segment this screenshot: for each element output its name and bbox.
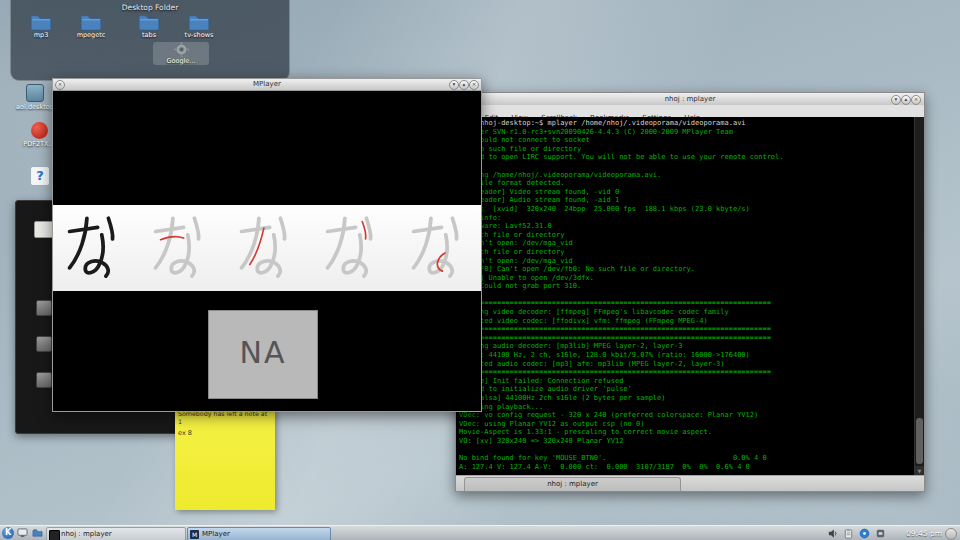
terminal-line: [3DFXFB] Can't open /dev/fb0: No such fi…	[459, 265, 914, 274]
show-desktop-icon[interactable]	[17, 528, 28, 538]
terminal-window-title: nhoj : mplayer	[456, 95, 924, 103]
folder-item-mpegetc[interactable]: mpegetc	[67, 14, 115, 39]
konsole-icon	[49, 530, 60, 540]
terminal-line: [pulse] Init failed: Connection refused	[459, 377, 914, 386]
terminal-line: Playing /home/nhoj/.videoporama/videopor…	[459, 171, 914, 180]
device-notifier-icon[interactable]	[875, 528, 886, 539]
hiragana-na-stage5	[405, 210, 475, 286]
avatar	[36, 372, 52, 388]
terminal-line	[459, 446, 914, 455]
taskbar-task-konsole[interactable]: nhoj : mplayer	[46, 527, 186, 540]
terminal-line: Couldn't open: /dev/mga_vid	[459, 239, 914, 248]
hiragana-na-stage1	[61, 210, 131, 286]
app-icon	[26, 84, 44, 102]
folder-item-tv-shows[interactable]: tv-shows	[175, 14, 223, 39]
terminal-line: ========================================…	[459, 325, 914, 334]
close-button[interactable]: ×	[911, 95, 921, 105]
minimize-button[interactable]: ▾	[891, 95, 901, 105]
terminal-line: Selected audio codec: [mp3] afm: mp3lib …	[459, 360, 914, 369]
scrollbar-thumb[interactable]	[916, 418, 923, 464]
gear-icon	[174, 42, 189, 57]
folder-item-label: tv-shows	[175, 31, 223, 39]
terminal-line: Clip info:	[459, 214, 914, 223]
terminal-output[interactable]: nhoj@nhoj-desktop:~$ mplayer /home/nhoj/…	[456, 117, 924, 476]
mplayer-titlebar[interactable]: MPlayer × ▾ ▴ ×	[53, 79, 481, 91]
desktop-folder-widget[interactable]: Desktop Folder mp3 mpegetc tabs tv-shows…	[10, 0, 290, 81]
scrollbar[interactable]: ▼	[914, 117, 924, 476]
terminal-line: Software: Lavf52.31.0	[459, 222, 914, 231]
folder-item-label: Google...	[153, 57, 209, 65]
terminal-line: No bind found for key 'MOUSE_BTN0'. 0.0%…	[459, 454, 914, 463]
terminal-line: MPlayer SVN-r1.0-rc3+svn20090426-4.4.3 (…	[459, 128, 914, 137]
terminal-line: AVI file format detected.	[459, 179, 914, 188]
video-frame-hiragana-strip	[53, 205, 481, 291]
mplayer-window-title: MPlayer	[53, 80, 481, 88]
terminal-line: VDec: using Planar YV12 as output csp (n…	[459, 420, 914, 429]
folder-icon	[30, 14, 52, 31]
terminal-line: Opening video decoder: [ffmpeg] FFmpeg's…	[459, 308, 914, 317]
folder-item-google[interactable]: Google...	[153, 42, 209, 65]
taskbar-task-mplayer-active[interactable]: M MPlayer	[187, 527, 331, 540]
mplayer-icon: M	[190, 530, 199, 539]
folder-item-label: mpegetc	[67, 31, 115, 39]
digital-clock[interactable]: 09:45 pm	[906, 529, 942, 538]
terminal-line: ========================================…	[459, 299, 914, 308]
terminal-line: Failed to open LIRC support. You will no…	[459, 153, 914, 162]
note-text: ex 8	[178, 429, 192, 437]
taskbar: K nhoj : mplayer M MPlayer 09:45 pm	[0, 525, 960, 540]
terminal-line: No such file or directory	[459, 231, 914, 240]
maximize-button[interactable]: ▴	[901, 95, 911, 105]
question-icon: ?	[30, 166, 50, 186]
klipper-icon[interactable]	[843, 528, 854, 539]
folder-icon	[188, 14, 210, 31]
terminal-line: AUDIO: 44100 Hz, 2 ch, s16le, 128.0 kbit…	[459, 351, 914, 360]
terminal-line: VIDEO: [xvid] 320x240 24bpp 25.000 fps 1…	[459, 205, 914, 214]
folder-view-icon[interactable]	[32, 528, 43, 538]
terminal-line: [aviheader] Audio stream found, -aid 1	[459, 196, 914, 205]
kmenu-button[interactable]: K	[2, 527, 14, 539]
terminal-tab[interactable]: nhoj : mplayer	[464, 477, 681, 491]
folder-item-label: mp3	[17, 31, 65, 39]
terminal-tabbar: nhoj : mplayer	[456, 475, 924, 491]
folder-item-label: tabs	[125, 31, 173, 39]
video-frame-na-card: NA	[208, 310, 318, 399]
task-label: MPlayer	[202, 530, 230, 538]
terminal-line: ========================================…	[459, 368, 914, 377]
volume-icon[interactable]	[827, 528, 838, 539]
na-label: NA	[209, 335, 317, 370]
avatar	[36, 300, 52, 316]
panel-toolbox-icon[interactable]	[945, 528, 957, 540]
terminal-line: Selected video codec: [ffodivx] vfm: ffm…	[459, 317, 914, 326]
terminal-line: Starting playback...	[459, 403, 914, 412]
terminal-line: vo: could not connect to socket	[459, 136, 914, 145]
terminal-line: nhoj@nhoj-desktop:~$ mplayer /home/nhoj/…	[459, 119, 914, 128]
maximize-button[interactable]: ▴	[459, 80, 469, 90]
app-icon-red	[31, 122, 48, 139]
terminal-line	[459, 162, 914, 171]
terminal-line: ========================================…	[459, 334, 914, 343]
hiragana-na-stage2	[147, 210, 217, 286]
folder-item-tabs[interactable]: tabs	[125, 14, 173, 39]
avatar	[36, 336, 52, 352]
terminal-line	[459, 291, 914, 300]
network-icon[interactable]	[859, 528, 870, 539]
terminal-line: No such file or directory	[459, 248, 914, 257]
close-button[interactable]: ×	[469, 80, 479, 90]
mplayer-window[interactable]: MPlayer × ▾ ▴ ×	[52, 78, 482, 412]
terminal-line: [XV] Could not grab port 310.	[459, 282, 914, 291]
folder-icon	[80, 14, 102, 31]
window-menu-button[interactable]: ×	[55, 80, 65, 90]
terminal-line: Failed to initialize audio driver 'pulse…	[459, 385, 914, 394]
folder-item-mp3[interactable]: mp3	[17, 14, 65, 39]
terminal-line: [aviheader] Video stream found, -vid 0	[459, 188, 914, 197]
sticky-note[interactable]: Somebody has left a note at 1 ex 8	[175, 407, 275, 510]
minimize-button[interactable]: ▾	[449, 80, 459, 90]
desktop: Desktop Folder mp3 mpegetc tabs tv-shows…	[0, 0, 960, 540]
task-label: nhoj : mplayer	[61, 530, 112, 538]
hiragana-na-stage4	[319, 210, 389, 286]
folder-icon	[138, 14, 160, 31]
terminal-line: Opening audio decoder: [mp3lib] MPEG lay…	[459, 342, 914, 351]
terminal-line: Couldn't open: /dev/mga_vid	[459, 257, 914, 266]
terminal-line: VO: [xv] 320x240 => 320x240 Planar YV12	[459, 437, 914, 446]
konsole-window[interactable]: nhoj : mplayer ▾ ▴ × File Edit View Scro…	[455, 92, 925, 492]
